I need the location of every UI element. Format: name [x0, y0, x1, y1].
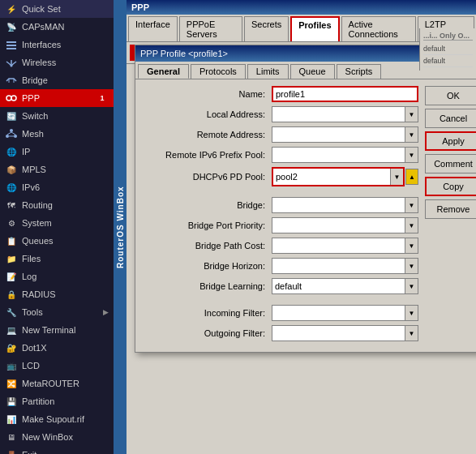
comment-button[interactable]: Comment — [425, 154, 476, 173]
remote-ipv6-dropdown[interactable]: ▼ — [405, 147, 418, 163]
bridge-path-cost-input[interactable] — [272, 238, 405, 254]
sidebar-item-radius[interactable]: 🔒 RADIUS — [0, 285, 114, 303]
sidebar-item-tools[interactable]: 🔧 Tools ▶ — [0, 303, 114, 321]
wireless-icon — [5, 56, 18, 69]
sidebar-item-new-winbox[interactable]: 🖥 New WinBox — [0, 428, 114, 446]
local-address-input[interactable] — [272, 106, 405, 122]
name-row: Name: — [142, 86, 418, 102]
remote-ipv6-input[interactable] — [272, 147, 405, 163]
profile-dialog: PPP Profile <profile1> _ □ ✕ General Pro… — [135, 45, 476, 353]
bridge-learning-row: Bridge Learning: ▼ — [142, 278, 418, 294]
tab-profiles[interactable]: Profiles — [290, 16, 339, 41]
bridge-horizon-dropdown[interactable]: ▼ — [405, 258, 418, 274]
sidebar-item-lcd[interactable]: 📺 LCD — [0, 357, 114, 375]
sidebar-item-mesh[interactable]: Mesh — [0, 125, 114, 143]
svg-rect-2 — [6, 48, 16, 49]
apply-button[interactable]: Apply — [425, 131, 476, 151]
sidebar-item-make-supout[interactable]: 📊 Make Supout.rif — [0, 410, 114, 428]
capsman-icon: 📡 — [5, 20, 18, 33]
dhcpv6-label: DHCPv6 PD Pool: — [142, 172, 272, 182]
outgoing-filter-input[interactable] — [272, 325, 405, 341]
dialog-tab-general[interactable]: General — [138, 64, 189, 79]
sidebar-item-partition[interactable]: 💾 Partition — [0, 392, 114, 410]
remote-address-label: Remote Address: — [142, 130, 272, 139]
sidebar-item-new-terminal[interactable]: 💻 New Terminal — [0, 321, 114, 339]
sidebar-item-log[interactable]: 📝 Log — [0, 268, 114, 285]
right-panel-item-2: default — [423, 55, 473, 67]
sidebar-item-exit[interactable]: 🚪 Exit — [0, 446, 114, 454]
dhcpv6-yellow-btn[interactable]: ▲ — [405, 169, 418, 185]
sidebar-item-queues[interactable]: 📋 Queues — [0, 232, 114, 250]
bridge-learning-dropdown[interactable]: ▼ — [405, 278, 418, 294]
tab-active-connections[interactable]: Active Connections — [341, 16, 416, 41]
sidebar-label: CAPsMAN — [22, 22, 65, 32]
sidebar-item-quick-set[interactable]: ⚡ Quick Set — [0, 0, 114, 18]
sidebar-label: Exit — [22, 450, 36, 454]
sidebar-item-ip[interactable]: 🌐 IP — [0, 143, 114, 161]
sidebar-label: New WinBox — [22, 432, 73, 442]
dialog-tab-limits[interactable]: Limits — [247, 64, 289, 79]
tab-interface[interactable]: Interface — [128, 16, 178, 41]
sidebar-label: System — [22, 218, 52, 228]
radius-icon: 🔒 — [5, 288, 18, 301]
remote-address-dropdown[interactable]: ▼ — [405, 126, 418, 143]
svg-point-7 — [11, 96, 16, 101]
copy-button[interactable]: Copy — [425, 177, 476, 196]
local-address-dropdown[interactable]: ▼ — [405, 106, 418, 122]
exit-icon: 🚪 — [5, 448, 18, 454]
sidebar-item-ppp[interactable]: PPP 1 — [0, 89, 114, 107]
ok-button[interactable]: OK — [425, 86, 476, 105]
incoming-filter-dropdown[interactable]: ▼ — [405, 305, 418, 321]
name-input[interactable] — [272, 86, 418, 102]
sidebar-item-dot1x[interactable]: 🔐 Dot1X — [0, 339, 114, 357]
incoming-filter-input[interactable] — [272, 305, 405, 321]
bridge-port-priority-dropdown[interactable]: ▼ — [405, 217, 418, 233]
dialog-tab-protocols[interactable]: Protocols — [191, 64, 246, 79]
sidebar-item-system[interactable]: ⚙ System — [0, 214, 114, 232]
winbox-label: RouterOS WinBox — [114, 0, 127, 454]
remove-button[interactable]: Remove — [425, 199, 476, 219]
sidebar-item-bridge[interactable]: Bridge — [0, 71, 114, 89]
bridge-learning-input[interactable] — [272, 278, 405, 294]
sidebar-item-switch[interactable]: 🔄 Switch — [0, 107, 114, 125]
bridge-port-priority-row: Bridge Port Priority: ▼ — [142, 217, 418, 233]
form-separator — [142, 191, 418, 197]
dialog-tab-queue[interactable]: Queue — [290, 64, 335, 79]
tab-pppoe-servers[interactable]: PPPoE Servers — [179, 16, 242, 41]
winbox-icon: 🖥 — [5, 430, 18, 443]
outgoing-filter-dropdown[interactable]: ▼ — [405, 325, 418, 341]
sidebar-item-capsman[interactable]: 📡 CAPsMAN — [0, 18, 114, 36]
form-separator-2 — [142, 298, 418, 305]
sidebar-item-wireless[interactable]: Wireless — [0, 54, 114, 71]
bridge-dropdown[interactable]: ▼ — [405, 197, 418, 213]
remote-address-input[interactable] — [272, 126, 405, 143]
bridge-path-cost-dropdown[interactable]: ▼ — [405, 238, 418, 254]
bridge-field: ▼ — [272, 197, 418, 213]
dialog-tab-scripts[interactable]: Scripts — [337, 64, 382, 79]
bridge-learning-field: ▼ — [272, 278, 418, 294]
dhcpv6-dropdown[interactable]: ▼ — [390, 169, 403, 185]
svg-line-12 — [11, 132, 15, 135]
sidebar-label: Log — [22, 272, 36, 281]
bridge-horizon-input[interactable] — [272, 258, 405, 274]
bridge-port-priority-input[interactable] — [272, 217, 405, 233]
sidebar-label: RADIUS — [22, 289, 56, 299]
sidebar-item-routing[interactable]: 🗺 Routing — [0, 196, 114, 214]
bridge-input[interactable] — [272, 197, 405, 213]
sidebar-label: IPv6 — [22, 182, 40, 192]
dhcpv6-input[interactable] — [273, 169, 390, 185]
ppp-badge: 1 — [96, 92, 109, 105]
sidebar-label: IP — [22, 147, 30, 156]
sidebar-label: Interfaces — [22, 40, 61, 49]
cancel-button[interactable]: Cancel — [425, 109, 476, 128]
sidebar-item-ipv6[interactable]: 🌐 IPv6 — [0, 178, 114, 196]
svg-point-8 — [10, 129, 13, 132]
sidebar-item-metarouter[interactable]: 🔀 MetaROUTER — [0, 375, 114, 392]
sidebar-item-interfaces[interactable]: Interfaces — [0, 36, 114, 54]
sidebar-item-mpls[interactable]: 📦 MPLS — [0, 161, 114, 178]
sidebar-item-files[interactable]: 📁 Files — [0, 250, 114, 268]
tab-secrets[interactable]: Secrets — [244, 16, 289, 41]
terminal-icon: 💻 — [5, 323, 18, 336]
outgoing-filter-label: Outgoing Filter: — [142, 328, 272, 338]
svg-line-11 — [7, 132, 11, 135]
